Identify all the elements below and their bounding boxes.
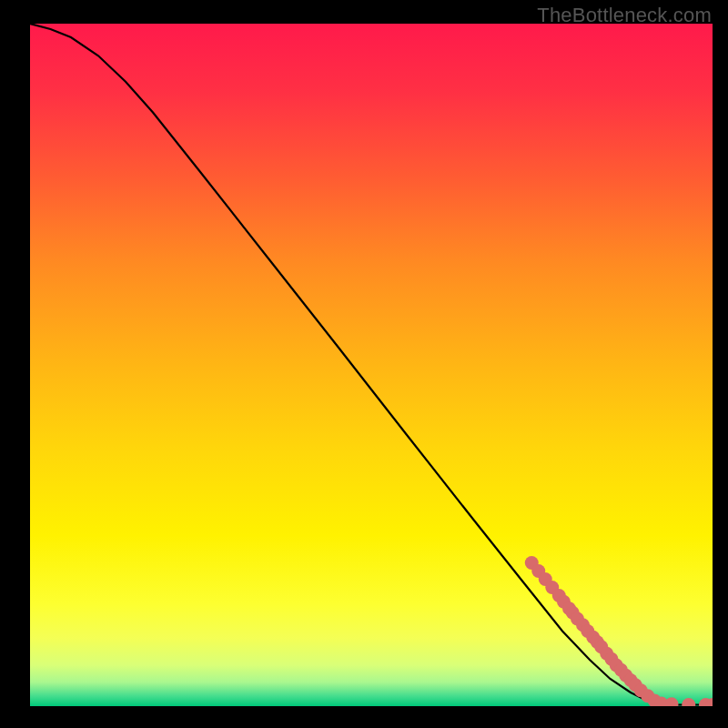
watermark-label: TheBottleneck.com [537, 4, 712, 27]
bottleneck-chart [30, 24, 713, 706]
gradient-background [30, 24, 713, 706]
chart-svg [30, 24, 713, 706]
